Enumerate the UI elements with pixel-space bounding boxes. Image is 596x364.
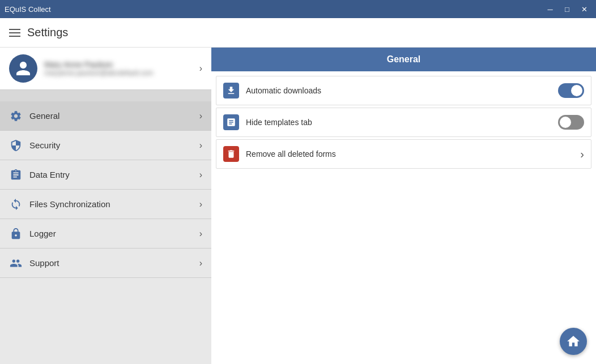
hamburger-menu-button[interactable] — [9, 29, 20, 37]
hide-templates-toggle[interactable] — [558, 115, 584, 130]
profile-chevron-icon: › — [199, 63, 202, 74]
profile-section[interactable]: Mary Anne Paulson maryanne.paulson@abcde… — [0, 48, 211, 90]
nav-chevron-logger-icon: › — [199, 229, 202, 239]
toggle-knob — [571, 85, 582, 96]
sidebar-item-data-entry[interactable]: Data Entry › — [0, 160, 211, 190]
content-body: Automatic downloads Hide templates t — [211, 71, 596, 364]
support-icon — [9, 256, 23, 270]
nav-chevron-general-icon: › — [199, 111, 202, 121]
minimize-button[interactable]: ─ — [543, 3, 557, 15]
auto-downloads-label: Automatic downloads — [246, 86, 551, 95]
content-area: General Automatic downloads — [211, 48, 596, 364]
nav-chevron-security-icon: › — [199, 140, 202, 151]
home-button[interactable] — [560, 328, 587, 355]
sidebar-item-label-data-entry: Data Entry — [29, 170, 193, 179]
sidebar-nav: General › Security › — [0, 101, 211, 364]
home-icon — [566, 334, 581, 349]
title-bar-controls: ─ □ ✕ — [543, 3, 591, 15]
sidebar-item-label-general: General — [29, 111, 193, 121]
shield-icon — [9, 139, 23, 152]
setting-row-auto-downloads[interactable]: Automatic downloads — [216, 76, 591, 105]
setting-row-hide-templates[interactable]: Hide templates tab — [216, 108, 591, 137]
nav-chevron-data-entry-icon: › — [199, 170, 202, 180]
sidebar-gap — [0, 90, 211, 101]
sidebar-item-label-security: Security — [29, 140, 193, 150]
toggle-slider-off — [558, 115, 584, 130]
template-icon — [223, 114, 239, 130]
auto-downloads-toggle-control[interactable] — [558, 83, 584, 98]
sidebar-item-label-files-sync: Files Synchronization — [29, 199, 193, 209]
profile-info: Mary Anne Paulson maryanne.paulson@abcde… — [44, 60, 193, 77]
user-avatar-icon — [15, 60, 32, 77]
gear-icon — [9, 109, 23, 123]
maximize-button[interactable]: □ — [560, 3, 574, 15]
close-button[interactable]: ✕ — [577, 3, 591, 15]
clipboard-icon — [9, 168, 23, 182]
app-header: Settings — [0, 18, 596, 48]
profile-name: Mary Anne Paulson — [44, 60, 193, 69]
auto-downloads-toggle[interactable] — [558, 83, 584, 98]
nav-chevron-files-sync-icon: › — [199, 199, 202, 209]
title-bar-left: EQuIS Collect — [5, 5, 51, 14]
nav-chevron-support-icon: › — [199, 258, 202, 268]
sidebar-item-general[interactable]: General › — [0, 101, 211, 131]
avatar — [9, 54, 37, 83]
setting-row-remove-deleted[interactable]: Remove all deleted forms › — [216, 139, 591, 169]
app-name: EQuIS Collect — [5, 5, 51, 14]
toggle-slider-on — [558, 83, 584, 98]
hide-templates-label: Hide templates tab — [246, 118, 551, 127]
main-layout: Mary Anne Paulson maryanne.paulson@abcde… — [0, 48, 596, 364]
sync-icon — [9, 198, 23, 211]
sidebar-item-support[interactable]: Support › — [0, 249, 211, 278]
sidebar: Mary Anne Paulson maryanne.paulson@abcde… — [0, 48, 211, 364]
chevron-right-icon: › — [580, 148, 584, 161]
sidebar-item-label-support: Support — [29, 258, 193, 268]
page-title: Settings — [27, 26, 68, 39]
delete-icon — [223, 146, 239, 162]
sidebar-item-logger[interactable]: Logger › — [0, 219, 211, 249]
logger-icon — [9, 227, 23, 241]
title-bar: EQuIS Collect ─ □ ✕ — [0, 0, 596, 18]
sidebar-item-label-logger: Logger — [29, 229, 193, 238]
toggle-knob-off — [560, 117, 571, 128]
sidebar-item-security[interactable]: Security › — [0, 131, 211, 160]
hide-templates-toggle-control[interactable] — [558, 115, 584, 130]
remove-deleted-chevron: › — [580, 148, 584, 161]
sidebar-item-files-sync[interactable]: Files Synchronization › — [0, 190, 211, 219]
profile-email: maryanne.paulson@abcdefault.com — [44, 69, 193, 77]
content-header: General — [211, 48, 596, 71]
remove-deleted-label: Remove all deleted forms — [246, 149, 573, 159]
download-icon — [223, 83, 239, 99]
